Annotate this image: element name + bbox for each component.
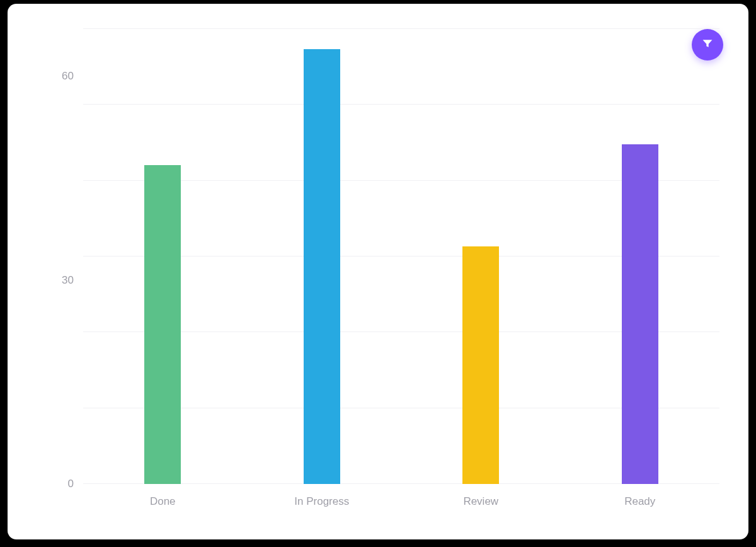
bar[interactable] — [622, 144, 658, 484]
y-tick-label: 0 — [45, 478, 74, 490]
x-tick-label: Review — [463, 495, 498, 508]
x-tick-label: Done — [150, 495, 176, 508]
bar[interactable] — [462, 246, 499, 484]
bar-chart: DoneIn ProgressReviewReady 03060 — [45, 29, 719, 521]
y-tick-label: 60 — [45, 70, 74, 83]
chart-card: DoneIn ProgressReviewReady 03060 — [8, 4, 748, 539]
plot-area — [83, 29, 719, 484]
y-tick-label: 30 — [45, 274, 74, 287]
x-tick-label: Ready — [624, 495, 655, 508]
bar[interactable] — [144, 165, 181, 484]
bar[interactable] — [304, 49, 340, 484]
x-tick-label: In Progress — [294, 495, 349, 508]
bars-container — [83, 29, 719, 484]
x-axis-labels: DoneIn ProgressReviewReady — [83, 495, 719, 514]
